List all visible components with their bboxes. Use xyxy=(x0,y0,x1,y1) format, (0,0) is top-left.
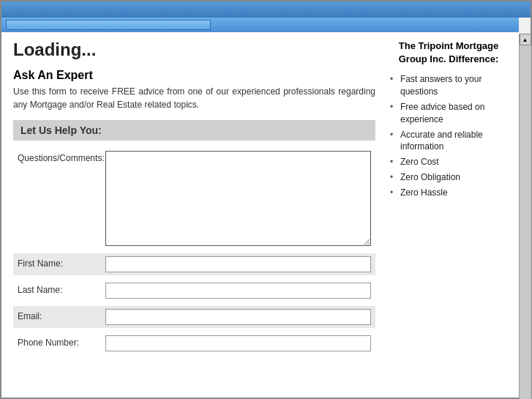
page-content: Loading... Ask An Expert Use this form t… xyxy=(1,32,519,398)
form-row-email: Email: xyxy=(13,306,375,328)
list-item: Accurate and reliable information xyxy=(390,127,507,155)
window-frame: ▲ ▼ Loading... Ask An Expert Use this fo… xyxy=(0,0,532,399)
form-row-phone: Phone Number: xyxy=(13,332,375,354)
form-row-firstname: First Name: xyxy=(13,253,375,275)
content-area: Loading... Ask An Expert Use this form t… xyxy=(1,18,519,398)
intro-text: Use this form to receive FREE advice fro… xyxy=(13,85,375,111)
form-header: Let Us Help You: xyxy=(13,120,375,141)
sidebar-list: Fast answers to your questions Free advi… xyxy=(390,72,507,200)
page-title: Loading... xyxy=(13,40,375,60)
label-firstname: First Name: xyxy=(18,256,105,269)
form-header-text: Let Us Help You: xyxy=(20,124,102,136)
scroll-up-button[interactable]: ▲ xyxy=(520,34,531,45)
label-questions: Questions/Comments: xyxy=(18,151,105,163)
window-container: ▲ ▼ Loading... Ask An Expert Use this fo… xyxy=(0,0,532,399)
input-phone[interactable] xyxy=(105,335,371,351)
label-phone: Phone Number: xyxy=(18,335,105,348)
form-row-lastname: Last Name: xyxy=(13,280,375,302)
form-row-questions: Questions/Comments: xyxy=(13,148,375,249)
label-email: Email: xyxy=(18,309,105,321)
list-item: Zero Cost xyxy=(390,154,507,170)
loading-progress-bar xyxy=(1,18,519,32)
sidebar-title: The Tripoint Mortgage Group Inc. Differe… xyxy=(390,40,507,66)
list-item: Zero Hassle xyxy=(390,185,507,201)
main-column: Loading... Ask An Expert Use this form t… xyxy=(13,40,390,390)
loading-bar-inner xyxy=(6,20,211,30)
input-email[interactable] xyxy=(105,309,371,325)
textarea-questions[interactable] xyxy=(105,151,371,246)
input-lastname[interactable] xyxy=(105,283,371,299)
section-title: Ask An Expert xyxy=(13,69,375,82)
sidebar: The Tripoint Mortgage Group Inc. Differe… xyxy=(390,40,507,390)
input-firstname[interactable] xyxy=(105,256,371,272)
list-item: Zero Obligation xyxy=(390,170,507,185)
list-item: Fast answers to your questions xyxy=(390,72,507,100)
scroll-track[interactable] xyxy=(520,45,531,399)
list-item: Free advice based on experience xyxy=(390,100,507,127)
title-bar xyxy=(1,1,531,18)
scrollbar: ▲ ▼ xyxy=(519,34,531,399)
label-lastname: Last Name: xyxy=(18,283,105,295)
